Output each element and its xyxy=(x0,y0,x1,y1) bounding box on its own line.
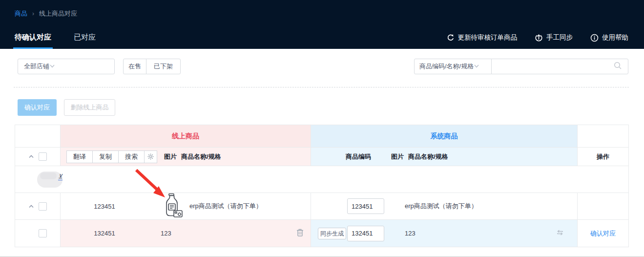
tab-matched[interactable]: 已对应 xyxy=(74,33,96,49)
censored-shop-glyph: ⊻ xyxy=(58,173,62,180)
info-icon xyxy=(590,34,599,42)
caret-up-icon[interactable] xyxy=(28,153,34,160)
system-code-input[interactable] xyxy=(347,226,384,241)
system-image-col-header: 图片 xyxy=(391,152,404,161)
online-name-col-header: 商品名称/规格 xyxy=(181,152,221,161)
select-all-checkbox[interactable] xyxy=(39,152,47,161)
system-product-group-header: 系统商品 xyxy=(311,125,578,148)
upload-icon xyxy=(535,34,543,42)
row-action-cell: 确认对应 xyxy=(578,220,628,247)
search-type-select[interactable]: 商品编码/名称/规格 xyxy=(414,59,492,74)
online-product-cell: 123451 xyxy=(61,193,311,220)
spacer-cell xyxy=(15,125,61,148)
breadcrumb-root[interactable]: 商品 xyxy=(15,10,27,17)
system-product-cell: erp商品测试（请勿下单） xyxy=(311,193,578,220)
search-input[interactable] xyxy=(498,63,614,70)
caret-up-icon[interactable] xyxy=(28,203,34,210)
online-product-cell: 132451 123 xyxy=(61,220,311,247)
confirm-mapping-button[interactable]: 确认对应 xyxy=(18,99,57,116)
row-select-cell xyxy=(15,193,61,220)
system-columns-cell: 商品编码 图片 商品名称/规格 xyxy=(311,148,578,166)
search-tool-button[interactable]: 搜索 xyxy=(118,150,145,163)
online-image-col-header: 图片 xyxy=(164,152,177,161)
gear-icon[interactable] xyxy=(144,150,157,163)
column-header-row: 翻译 复制 搜索 图片 商品名称/规格 商品编码 图片 商品名称/规格 操作 xyxy=(15,148,628,166)
row-action-cell xyxy=(578,193,628,220)
refresh-icon xyxy=(447,34,455,42)
shop-select[interactable]: 全部店铺 xyxy=(18,59,115,74)
manual-sync-label: 手工同步 xyxy=(546,33,573,42)
topbar-actions: 更新待审核订单商品 手工同步 使用帮助 xyxy=(447,33,629,42)
shop-group-row: ⊻ xyxy=(15,166,628,193)
online-product-group-header: 线上商品 xyxy=(61,125,311,148)
breadcrumb-current: 线上商品对应 xyxy=(39,10,77,17)
online-tools: 翻译 复制 搜索 xyxy=(66,150,157,163)
group-header-row: 线上商品 系统商品 xyxy=(15,125,628,148)
chevron-down-icon xyxy=(49,63,55,70)
manual-sync-button[interactable]: 手工同步 xyxy=(535,33,573,42)
online-product-code: 132451 xyxy=(61,230,148,237)
dashed-divider xyxy=(14,87,629,87)
system-product-name: erp商品测试（请勿下单） xyxy=(405,202,478,211)
help-button[interactable]: 使用帮助 xyxy=(590,33,628,42)
action-col-header-cell: 操作 xyxy=(578,148,628,166)
trash-icon[interactable] xyxy=(296,229,304,238)
mapping-table: 线上商品 系统商品 翻译 复制 搜索 图片 xyxy=(15,125,629,247)
search-icon[interactable] xyxy=(614,62,622,71)
sync-slot: 同步生成 xyxy=(318,228,347,239)
swap-icon[interactable] xyxy=(556,228,564,238)
chevron-down-icon xyxy=(474,63,479,70)
system-product-cell: 同步生成 123 xyxy=(311,220,578,247)
breadcrumb: 商品›线上商品对应 xyxy=(15,9,77,18)
system-name-col-header: 商品名称/规格 xyxy=(408,152,448,161)
no-image-bottle-icon xyxy=(161,193,183,220)
shop-select-value: 全部店铺 xyxy=(24,62,49,71)
topbar: 商品›线上商品对应 待确认对应 已对应 更新待审核订单商品 手工同步 xyxy=(0,0,644,49)
table-row-unmatched: 132451 123 同步生成 123 确认对应 xyxy=(15,220,628,247)
search-box xyxy=(491,59,628,74)
system-code-col-header: 商品编码 xyxy=(346,152,371,161)
delete-online-product-button[interactable]: 删除线上商品 xyxy=(64,99,115,116)
system-product-name: 123 xyxy=(405,230,415,237)
search-type-value: 商品编码/名称/规格 xyxy=(419,62,474,71)
confirm-mapping-link[interactable]: 确认对应 xyxy=(590,229,616,238)
breadcrumb-separator: › xyxy=(32,10,34,17)
select-header-cell xyxy=(15,148,61,166)
table-row-matched: 123451 xyxy=(15,193,628,220)
row-checkbox[interactable] xyxy=(39,202,47,211)
translate-button[interactable]: 翻译 xyxy=(66,150,93,163)
filter-offshelf-button[interactable]: 已下架 xyxy=(146,59,181,74)
system-code-input[interactable] xyxy=(347,198,384,214)
online-columns-cell: 翻译 复制 搜索 图片 商品名称/规格 xyxy=(61,148,311,166)
sync-generate-button[interactable]: 同步生成 xyxy=(318,228,346,239)
filter-onsale-button[interactable]: 在售 xyxy=(123,59,146,74)
refresh-pending-orders-button[interactable]: 更新待审核订单商品 xyxy=(447,33,518,42)
tab-pending-confirmation[interactable]: 待确认对应 xyxy=(15,33,51,49)
row-checkbox[interactable] xyxy=(39,229,47,237)
action-col-header: 操作 xyxy=(597,152,609,161)
spacer-cell xyxy=(578,125,628,148)
online-product-mapping-page: 商品›线上商品对应 待确认对应 已对应 更新待审核订单商品 手工同步 xyxy=(0,0,644,257)
tab-bar: 待确认对应 已对应 xyxy=(15,33,96,49)
online-product-code: 123451 xyxy=(61,203,148,210)
row-select-cell xyxy=(15,220,61,247)
online-product-name: 123 xyxy=(161,230,171,237)
refresh-label: 更新待审核订单商品 xyxy=(458,33,518,42)
online-product-name: erp商品测试（请勿下单） xyxy=(189,202,262,211)
help-label: 使用帮助 xyxy=(602,33,628,42)
copy-button[interactable]: 复制 xyxy=(92,150,119,163)
